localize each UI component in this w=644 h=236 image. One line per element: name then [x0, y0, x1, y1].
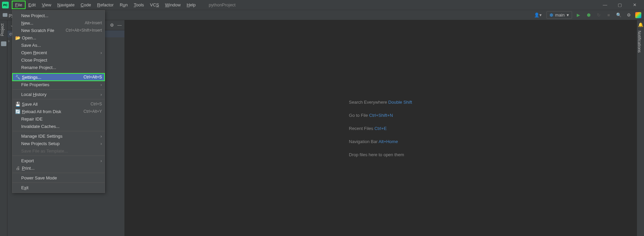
hint-text: Drop files here to open them [349, 152, 404, 157]
left-tool-rail: Project [0, 20, 7, 236]
menu-item-label: Print... [22, 166, 102, 171]
menu-item-label: Settings... [22, 75, 83, 80]
notifications-tool-button[interactable]: Notifications [637, 27, 642, 56]
menu-item-label: Close Project [21, 58, 102, 63]
menu-item-file-properties[interactable]: File Properties› [12, 81, 105, 88]
hint-shortcut: Ctrl+E [374, 126, 386, 131]
wrench-icon: 🔧 [15, 75, 21, 80]
menu-separator [12, 182, 105, 183]
menu-item-label: Exit [21, 185, 102, 190]
menu-item-label: Reload All from Disk [22, 109, 83, 114]
menu-item-save-file-as-template: Save File as Template... [12, 147, 105, 155]
menu-item-export[interactable]: Export› [12, 157, 105, 164]
submenu-arrow-icon: › [101, 134, 102, 139]
menu-tools[interactable]: Tools [131, 1, 147, 9]
menu-item-open-recent[interactable]: Open Recent› [12, 49, 105, 56]
debug-button[interactable]: ⬢ [585, 11, 592, 19]
structure-tool-icon[interactable] [1, 41, 6, 46]
menu-item-label: Local History [21, 92, 101, 97]
submenu-arrow-icon: › [101, 50, 102, 55]
menu-item-label: Open... [22, 35, 102, 40]
menu-item-new[interactable]: New...Alt+Insert [12, 19, 105, 27]
menu-item-save-all[interactable]: 💾Save AllCtrl+S [12, 100, 105, 108]
settings-button[interactable]: ⚙ [625, 11, 633, 19]
run-button[interactable]: ▶ [575, 11, 582, 19]
menu-item-reload-all-from-disk[interactable]: 🔄Reload All from DiskCtrl+Alt+Y [12, 108, 105, 115]
menu-item-open[interactable]: 📂Open... [12, 34, 105, 41]
menu-window[interactable]: Window [162, 1, 184, 9]
hint-text: Navigation Bar [349, 139, 379, 144]
menu-item-settings[interactable]: 🔧Settings...Ctrl+Alt+S [12, 73, 105, 81]
folder-icon [3, 13, 7, 17]
maximize-button[interactable]: ▢ [617, 2, 622, 8]
menu-vcs[interactable]: VCS [147, 1, 162, 9]
menu-item-exit[interactable]: Exit [12, 184, 105, 191]
submenu-arrow-icon: › [101, 141, 102, 146]
menu-item-label: New... [21, 21, 85, 26]
tool-hide-icon[interactable]: — [117, 23, 122, 28]
editor-hint: Go to File Ctrl+Shift+N [349, 112, 412, 118]
menu-item-new-project[interactable]: New Project... [12, 12, 105, 19]
hint-text: Go to File [349, 113, 369, 118]
tool-settings-icon[interactable]: ⚙ [110, 23, 114, 28]
submenu-arrow-icon: › [101, 158, 102, 163]
editor-empty-state[interactable]: Search Everywhere Double ShiftGo to File… [124, 20, 637, 236]
chevron-right-icon: › [8, 38, 9, 43]
menu-view[interactable]: View [39, 1, 54, 9]
breadcrumb[interactable]: py [3, 12, 13, 18]
menu-item-shortcut: Alt+Insert [85, 21, 102, 25]
hint-text: Search Everywhere [349, 100, 388, 105]
menu-item-shortcut: Ctrl+Alt+Shift+Insert [66, 28, 102, 33]
run-with-coverage-button[interactable]: ↻ [595, 11, 602, 19]
menu-item-shortcut: Ctrl+S [90, 102, 102, 106]
menu-item-label: Save All [22, 102, 90, 107]
run-configuration[interactable]: ⬢ main ▾ [546, 11, 572, 19]
menu-item-new-projects-setup[interactable]: New Projects Setup› [12, 140, 105, 147]
menu-file[interactable]: File [12, 1, 25, 9]
menu-item-repair-ide[interactable]: Repair IDE [12, 115, 105, 123]
hint-text: Recent Files [349, 126, 375, 131]
menu-item-local-history[interactable]: Local History› [12, 91, 105, 98]
editor-hint: Navigation Bar Alt+Home [349, 138, 412, 144]
notifications-icon[interactable]: 🔔 [637, 20, 644, 27]
menu-item-label: File Properties [21, 82, 101, 87]
menu-edit[interactable]: Edit [25, 1, 39, 9]
menu-separator [12, 173, 105, 173]
search-button[interactable]: 🔍 [615, 11, 622, 19]
menu-help[interactable]: Help [184, 1, 199, 9]
menu-item-label: Rename Project... [21, 65, 102, 70]
menu-separator [12, 89, 105, 90]
menu-item-rename-project[interactable]: Rename Project... [12, 64, 105, 71]
submenu-arrow-icon: › [101, 82, 102, 87]
folder-open-icon: 📂 [15, 35, 21, 40]
stop-button[interactable]: ■ [605, 11, 612, 19]
menu-refactor[interactable]: Refactor [94, 1, 117, 9]
menu-code[interactable]: Code [78, 1, 94, 9]
menu-run[interactable]: Run [117, 1, 131, 9]
right-tool-rail: 🔔 Notifications [637, 20, 644, 236]
menu-item-print[interactable]: 🖨Print... [12, 164, 105, 172]
menu-item-power-save-mode[interactable]: Power Save Mode [12, 174, 105, 181]
menu-item-label: New Scratch File [21, 28, 66, 33]
print-icon: 🖨 [15, 166, 21, 171]
code-with-me-icon[interactable] [635, 12, 641, 18]
editor-hint: Search Everywhere Double Shift [349, 99, 412, 105]
menu-item-label: Save As... [21, 43, 102, 48]
minimize-button[interactable]: — [602, 2, 608, 8]
menu-navigate[interactable]: Navigate [54, 1, 77, 9]
users-icon[interactable]: 👤▾ [534, 12, 542, 18]
menu-item-label: Save File as Template... [21, 148, 102, 154]
menu-separator [12, 72, 105, 72]
project-tool-button[interactable]: Project [0, 20, 5, 39]
menu-item-invalidate-caches[interactable]: Invalidate Caches... [12, 123, 105, 130]
menu-item-new-scratch-file[interactable]: New Scratch FileCtrl+Alt+Shift+Insert [12, 27, 105, 34]
menubar: PC FileEditViewNavigateCodeRefactorRunTo… [0, 0, 644, 10]
hint-shortcut: Double Shift [388, 100, 412, 105]
menu-item-save-as[interactable]: Save As... [12, 41, 105, 49]
menu-item-label: Invalidate Caches... [21, 124, 102, 129]
run-config-name: main [555, 12, 565, 18]
menu-item-close-project[interactable]: Close Project [12, 56, 105, 64]
close-button[interactable]: ✕ [632, 2, 637, 8]
menu-item-manage-ide-settings[interactable]: Manage IDE Settings› [12, 132, 105, 140]
menu-separator [12, 156, 105, 156]
